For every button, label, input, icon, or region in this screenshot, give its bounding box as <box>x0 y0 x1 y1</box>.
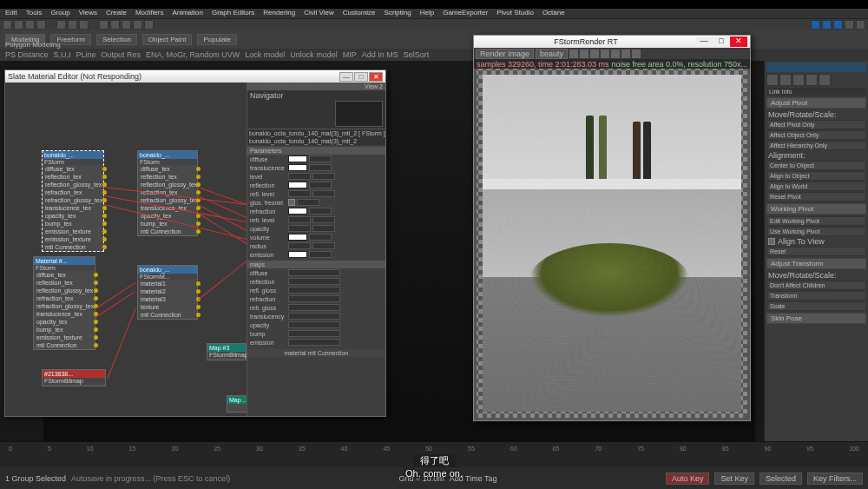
param-row[interactable]: glos. fresnel <box>247 198 385 207</box>
rt-tool-icon[interactable] <box>601 50 609 58</box>
toolbar-button[interactable] <box>822 20 832 30</box>
material-node[interactable]: bonaldo_...FStorm diffuse_texreflection_… <box>137 150 198 236</box>
toolbar-button[interactable] <box>99 20 108 30</box>
toolbar-button[interactable] <box>144 20 154 30</box>
cmd-align-to-world[interactable]: Align to World <box>766 182 866 191</box>
status-timetag[interactable]: Add Time Tag <box>450 474 497 483</box>
param-row[interactable]: radius <box>247 241 385 250</box>
menu-item[interactable]: Views <box>79 9 97 18</box>
param-row[interactable]: level <box>247 172 385 181</box>
ribbon2-item[interactable]: ENA, MoGr, Random UVW <box>146 50 240 59</box>
menu-item[interactable]: Rendering <box>263 9 295 18</box>
rt-toolbar[interactable]: Render Image beauty <box>474 48 750 59</box>
slate-material-editor-window[interactable]: Slate Material Editor (Not Responding) —… <box>4 69 386 417</box>
param-row[interactable]: diffuse <box>247 155 385 163</box>
toolbar-button[interactable] <box>833 20 843 30</box>
command-panel-tabs[interactable] <box>766 63 866 72</box>
menu-item[interactable]: GameExporter <box>443 9 488 18</box>
menu-item[interactable]: Pivot Studio <box>496 9 534 18</box>
cmd-affect-hierarchy[interactable]: Affect Hierarchy Only <box>766 141 866 150</box>
key-selected-dropdown[interactable]: Selected <box>760 472 802 485</box>
param-maps-header[interactable]: maps <box>247 261 385 268</box>
menu-item[interactable]: Create <box>106 9 127 18</box>
cmd-dont-affect-children[interactable]: Don't Affect Children <box>766 281 866 290</box>
cmd-wp-reset[interactable]: Reset <box>766 247 866 256</box>
timeline[interactable]: 0510152025303540455055606570758085909510… <box>0 441 868 467</box>
command-panel[interactable]: Link Info Adjust Pivot Move/Rotate/Scale… <box>764 61 868 441</box>
cmd-tab-icon[interactable] <box>792 74 805 86</box>
param-row[interactable]: opacity <box>247 224 385 233</box>
param-section[interactable]: Parameters <box>247 147 385 155</box>
toolbar-button[interactable] <box>845 20 854 30</box>
menu-item[interactable]: Animation <box>172 9 203 18</box>
param-map-row[interactable]: refraction <box>247 294 385 303</box>
toolbar-button[interactable] <box>56 20 66 30</box>
cmd-align-view[interactable]: Align To View <box>768 237 865 246</box>
toolbar-button[interactable] <box>856 20 865 30</box>
toolbar-button[interactable] <box>110 20 120 30</box>
ribbon2-item[interactable]: PLine <box>76 50 96 59</box>
ribbon2-item[interactable]: Lock model <box>245 50 285 59</box>
param-map-row[interactable]: translucency <box>247 312 385 320</box>
ribbon2-item[interactable]: Output Res <box>102 50 141 59</box>
maximize-button[interactable]: □ <box>713 36 730 47</box>
cmd-edit-wp[interactable]: Edit Working Pivot <box>766 216 866 226</box>
rt-mode-dropdown[interactable]: Render Image <box>476 49 534 59</box>
rt-render-view[interactable] <box>477 69 747 418</box>
menu-item[interactable]: Modifiers <box>135 9 163 18</box>
cmd-transform[interactable]: Transform <box>766 291 866 301</box>
menu-item[interactable]: Edit <box>5 9 17 18</box>
minimize-button[interactable]: — <box>695 36 713 47</box>
menu-item[interactable]: Scripting <box>385 9 411 18</box>
param-map-row[interactable]: refl. gloss <box>247 286 385 294</box>
main-toolbar[interactable] <box>0 19 868 30</box>
close-button[interactable]: ✕ <box>369 72 383 82</box>
slate-node-graph[interactable]: bonaldo_...FStorm diffuse_texreflection_… <box>5 83 248 416</box>
rt-tool-icon[interactable] <box>621 50 630 58</box>
menu-item[interactable]: Octane <box>542 9 565 18</box>
ribbon-tab-objectpaint[interactable]: Object Paint <box>142 34 193 45</box>
slate-view-tab[interactable]: View 2 <box>247 83 385 90</box>
ribbon-tab-selection[interactable]: Selection <box>96 34 137 45</box>
toolbar-button[interactable] <box>25 20 35 30</box>
param-row[interactable]: refr. level <box>247 215 385 224</box>
rt-tool-icon[interactable] <box>611 50 620 58</box>
ribbon2-item[interactable]: MIP <box>343 50 357 59</box>
ribbon2-item[interactable]: S,U,I <box>54 50 71 59</box>
ribbon2-item[interactable]: PS Distance <box>5 50 49 59</box>
close-button[interactable]: ✕ <box>730 36 747 47</box>
param-map-row[interactable]: refr. gloss <box>247 303 385 312</box>
ribbon2-item[interactable]: Add In MS <box>362 50 398 59</box>
toolbar-button[interactable] <box>79 20 89 30</box>
rt-tool-icon[interactable] <box>632 50 641 58</box>
material-node[interactable]: bonaldo_...FStorm diffuse_texreflection_… <box>42 150 104 252</box>
param-map-row[interactable]: reflection <box>247 277 385 286</box>
cmd-rollout-working-pivot[interactable]: Working Pivot <box>766 203 866 215</box>
menu-bar[interactable]: EditToolsGroupViewsCreateModifiersAnimat… <box>0 9 868 19</box>
rt-pass-dropdown[interactable]: beauty <box>536 49 568 59</box>
param-row[interactable]: translucence <box>247 163 385 172</box>
toolbar-button[interactable] <box>3 20 12 30</box>
rt-tool-icon[interactable] <box>590 50 599 58</box>
rt-tool-icon[interactable] <box>569 50 578 58</box>
cmd-tab-icon[interactable] <box>806 74 818 86</box>
material-node[interactable]: Material #...FStorm diffuse_texreflectio… <box>33 256 95 350</box>
param-row[interactable]: reflection <box>247 181 385 189</box>
toolbar-button[interactable] <box>122 20 131 30</box>
param-row[interactable]: refl. level <box>247 189 385 198</box>
ribbon2-item[interactable]: Unlock model <box>290 50 338 59</box>
slate-titlebar[interactable]: Slate Material Editor (Not Responding) —… <box>5 70 385 83</box>
cmd-align-to-object[interactable]: Align to Object <box>766 171 866 181</box>
navigator-mini[interactable] <box>335 101 383 127</box>
rt-titlebar[interactable]: FStormRender RT — □ ✕ <box>474 36 750 48</box>
cmd-tab-icon[interactable] <box>819 74 831 86</box>
ribbon2-item[interactable]: SelSort <box>404 50 430 59</box>
param-row[interactable]: volume <box>247 233 385 241</box>
toolbar-button[interactable] <box>36 20 46 30</box>
cmd-use-wp[interactable]: Use Working Pivot <box>766 227 866 236</box>
param-map-row[interactable]: opacity <box>247 320 385 329</box>
ribbon-tab-populate[interactable]: Populate <box>197 34 237 45</box>
cmd-scale[interactable]: Scale <box>766 301 866 311</box>
cmd-reset-pivot[interactable]: Reset Pivot <box>766 192 866 202</box>
cmd-rollout-skin-pose[interactable]: Skin Pose <box>766 313 866 324</box>
